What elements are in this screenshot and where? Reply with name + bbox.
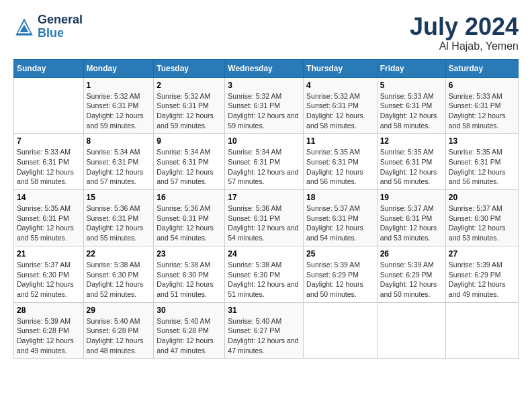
day-number: 22 [87, 249, 151, 259]
day-info: Sunrise: 5:37 AMSunset: 6:30 PMDaylight:… [17, 260, 81, 300]
calendar-week-row: 21Sunrise: 5:37 AMSunset: 6:30 PMDayligh… [14, 246, 519, 302]
calendar-cell: 23Sunrise: 5:38 AMSunset: 6:30 PMDayligh… [154, 246, 225, 302]
day-number: 5 [380, 81, 443, 90]
day-number: 6 [449, 81, 515, 90]
day-number: 25 [306, 249, 374, 259]
day-number: 31 [228, 306, 300, 315]
day-info: Sunrise: 5:32 AMSunset: 6:31 PMDaylight:… [157, 91, 222, 131]
day-info: Sunrise: 5:37 AMSunset: 6:31 PMDaylight:… [306, 203, 374, 243]
day-info: Sunrise: 5:40 AMSunset: 6:27 PMDaylight:… [228, 316, 300, 356]
calendar-cell: 15Sunrise: 5:36 AMSunset: 6:31 PMDayligh… [83, 190, 154, 246]
calendar-cell: 19Sunrise: 5:37 AMSunset: 6:31 PMDayligh… [377, 190, 445, 246]
calendar-cell: 5Sunrise: 5:33 AMSunset: 6:31 PMDaylight… [377, 77, 445, 134]
page-header: General Blue July 2024 Al Hajab, Yemen [13, 13, 519, 52]
day-info: Sunrise: 5:38 AMSunset: 6:30 PMDaylight:… [228, 260, 300, 300]
day-number: 11 [306, 136, 374, 146]
calendar-cell: 8Sunrise: 5:34 AMSunset: 6:31 PMDaylight… [83, 134, 154, 190]
day-number: 13 [449, 136, 515, 146]
day-info: Sunrise: 5:36 AMSunset: 6:31 PMDaylight:… [157, 203, 222, 243]
day-number: 18 [306, 193, 374, 202]
day-number: 2 [157, 81, 222, 90]
day-info: Sunrise: 5:38 AMSunset: 6:30 PMDaylight:… [87, 260, 151, 300]
day-number: 4 [306, 81, 374, 90]
weekday-header-row: SundayMondayTuesdayWednesdayThursdayFrid… [14, 59, 519, 77]
calendar-cell: 7Sunrise: 5:33 AMSunset: 6:31 PMDaylight… [14, 134, 84, 190]
calendar-cell: 25Sunrise: 5:39 AMSunset: 6:29 PMDayligh… [304, 246, 378, 302]
day-info: Sunrise: 5:39 AMSunset: 6:29 PMDaylight:… [380, 260, 443, 300]
title-area: July 2024 Al Hajab, Yemen [410, 13, 519, 52]
day-number: 17 [228, 193, 300, 202]
calendar-cell: 4Sunrise: 5:32 AMSunset: 6:31 PMDaylight… [304, 77, 378, 134]
calendar-cell: 22Sunrise: 5:38 AMSunset: 6:30 PMDayligh… [83, 246, 154, 302]
calendar-cell: 30Sunrise: 5:40 AMSunset: 6:28 PMDayligh… [154, 302, 225, 359]
day-number: 21 [17, 249, 81, 259]
calendar-table: SundayMondayTuesdayWednesdayThursdayFrid… [13, 59, 519, 359]
day-info: Sunrise: 5:40 AMSunset: 6:28 PMDaylight:… [87, 316, 151, 356]
day-info: Sunrise: 5:37 AMSunset: 6:31 PMDaylight:… [380, 203, 443, 243]
calendar-cell: 29Sunrise: 5:40 AMSunset: 6:28 PMDayligh… [83, 302, 154, 359]
day-number: 27 [449, 249, 515, 259]
calendar-cell: 28Sunrise: 5:39 AMSunset: 6:28 PMDayligh… [14, 302, 84, 359]
day-info: Sunrise: 5:40 AMSunset: 6:28 PMDaylight:… [157, 316, 222, 356]
calendar-cell: 27Sunrise: 5:39 AMSunset: 6:29 PMDayligh… [445, 246, 518, 302]
calendar-cell: 14Sunrise: 5:35 AMSunset: 6:31 PMDayligh… [14, 190, 84, 246]
calendar-cell: 31Sunrise: 5:40 AMSunset: 6:27 PMDayligh… [225, 302, 304, 359]
calendar-cell [377, 302, 445, 359]
calendar-cell: 18Sunrise: 5:37 AMSunset: 6:31 PMDayligh… [304, 190, 378, 246]
weekday-header: Friday [377, 59, 445, 77]
calendar-cell: 10Sunrise: 5:34 AMSunset: 6:31 PMDayligh… [225, 134, 304, 190]
day-info: Sunrise: 5:34 AMSunset: 6:31 PMDaylight:… [87, 147, 151, 187]
weekday-header: Wednesday [225, 59, 304, 77]
calendar-cell: 6Sunrise: 5:33 AMSunset: 6:31 PMDaylight… [445, 77, 518, 134]
day-info: Sunrise: 5:35 AMSunset: 6:31 PMDaylight:… [17, 203, 81, 243]
day-info: Sunrise: 5:34 AMSunset: 6:31 PMDaylight:… [228, 147, 300, 187]
calendar-cell [14, 77, 84, 134]
weekday-header: Tuesday [154, 59, 225, 77]
calendar-cell: 12Sunrise: 5:35 AMSunset: 6:31 PMDayligh… [377, 134, 445, 190]
day-number: 23 [157, 249, 222, 259]
calendar-cell [445, 302, 518, 359]
day-info: Sunrise: 5:35 AMSunset: 6:31 PMDaylight:… [449, 147, 515, 187]
calendar-cell [304, 302, 378, 359]
calendar-week-row: 28Sunrise: 5:39 AMSunset: 6:28 PMDayligh… [14, 302, 519, 359]
calendar-cell: 2Sunrise: 5:32 AMSunset: 6:31 PMDaylight… [154, 77, 225, 134]
day-info: Sunrise: 5:36 AMSunset: 6:31 PMDaylight:… [87, 203, 151, 243]
day-number: 15 [87, 193, 151, 202]
day-number: 26 [380, 249, 443, 259]
day-info: Sunrise: 5:32 AMSunset: 6:31 PMDaylight:… [228, 91, 300, 131]
day-number: 29 [87, 306, 151, 315]
day-number: 3 [228, 81, 300, 90]
weekday-header: Thursday [304, 59, 378, 77]
day-number: 12 [380, 136, 443, 146]
logo-text: General Blue [38, 13, 83, 40]
day-info: Sunrise: 5:38 AMSunset: 6:30 PMDaylight:… [157, 260, 222, 300]
day-number: 19 [380, 193, 443, 202]
calendar-cell: 9Sunrise: 5:34 AMSunset: 6:31 PMDaylight… [154, 134, 225, 190]
calendar-cell: 21Sunrise: 5:37 AMSunset: 6:30 PMDayligh… [14, 246, 84, 302]
day-info: Sunrise: 5:36 AMSunset: 6:31 PMDaylight:… [228, 203, 300, 243]
logo-icon [13, 16, 35, 38]
location: Al Hajab, Yemen [410, 40, 519, 52]
day-number: 10 [228, 136, 300, 146]
day-number: 28 [17, 306, 81, 315]
day-info: Sunrise: 5:39 AMSunset: 6:28 PMDaylight:… [17, 316, 81, 356]
day-number: 9 [157, 136, 222, 146]
calendar-cell: 3Sunrise: 5:32 AMSunset: 6:31 PMDaylight… [225, 77, 304, 134]
day-info: Sunrise: 5:32 AMSunset: 6:31 PMDaylight:… [306, 91, 374, 131]
day-number: 20 [449, 193, 515, 202]
day-info: Sunrise: 5:35 AMSunset: 6:31 PMDaylight:… [306, 147, 374, 187]
day-info: Sunrise: 5:35 AMSunset: 6:31 PMDaylight:… [380, 147, 443, 187]
day-info: Sunrise: 5:39 AMSunset: 6:29 PMDaylight:… [449, 260, 515, 300]
calendar-cell: 11Sunrise: 5:35 AMSunset: 6:31 PMDayligh… [304, 134, 378, 190]
calendar-cell: 17Sunrise: 5:36 AMSunset: 6:31 PMDayligh… [225, 190, 304, 246]
weekday-header: Saturday [445, 59, 518, 77]
day-info: Sunrise: 5:33 AMSunset: 6:31 PMDaylight:… [380, 91, 443, 131]
calendar-cell: 20Sunrise: 5:37 AMSunset: 6:30 PMDayligh… [445, 190, 518, 246]
day-number: 24 [228, 249, 300, 259]
day-number: 8 [87, 136, 151, 146]
day-number: 30 [157, 306, 222, 315]
month-year: July 2024 [410, 13, 519, 40]
calendar-cell: 16Sunrise: 5:36 AMSunset: 6:31 PMDayligh… [154, 190, 225, 246]
calendar-cell: 24Sunrise: 5:38 AMSunset: 6:30 PMDayligh… [225, 246, 304, 302]
day-info: Sunrise: 5:37 AMSunset: 6:30 PMDaylight:… [449, 203, 515, 243]
